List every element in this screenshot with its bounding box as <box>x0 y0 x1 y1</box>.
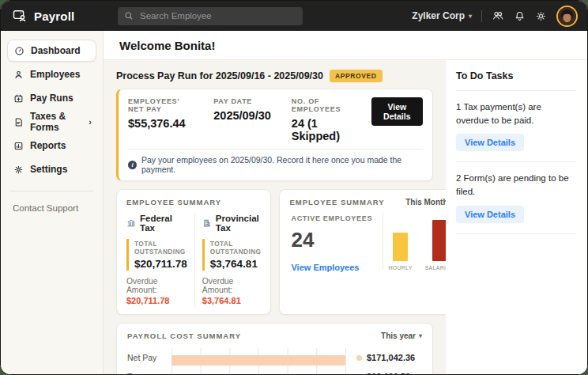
payroll-cost-summary-card: PAYROLL COST SUMMARY This year ▾ Net Pay… <box>116 323 433 374</box>
card-title: PAYROLL COST SUMMARY <box>127 331 241 340</box>
stat-value: $55,376.44 <box>128 117 193 130</box>
period-dropdown[interactable]: This year ▾ <box>381 331 422 340</box>
calendar-icon <box>13 93 24 104</box>
app-logo: Payroll <box>12 8 118 24</box>
bell-icon[interactable] <box>514 10 526 22</box>
employee-type-chart: HOURLY SALARIED <box>388 210 446 272</box>
employee-search[interactable] <box>118 7 303 25</box>
payroll-cost-chart: Net Pay Taxes Benefits Deductions <box>127 348 422 374</box>
stat-label: EMPLOYEES' NET PAY <box>128 97 193 113</box>
net-pay-bar <box>172 355 345 366</box>
chevron-down-icon: ▾ <box>419 332 422 339</box>
cost-category-label: Net Pay <box>127 348 172 367</box>
stat-value: 24 (1 Skipped) <box>292 117 351 142</box>
dashboard-content: Process Pay Run for 2025/09/16 - 2025/09… <box>104 60 446 374</box>
view-details-button[interactable]: View Details <box>371 97 423 126</box>
todo-panel: To Do Tasks 1 Tax payment(s) are overdue… <box>446 60 587 374</box>
sidebar-item-dashboard[interactable]: Dashboard <box>7 40 96 62</box>
topbar: Payroll Zylker Corp ▾ <box>1 1 587 31</box>
sidebar-item-pay-runs[interactable]: Pay Runs <box>7 87 96 109</box>
sidebar-item-label: Pay Runs <box>30 93 74 104</box>
overdue-label: Overdue Amount: <box>126 277 187 294</box>
cost-category-label: Taxes <box>127 367 172 374</box>
payment-notice: i Pay your employees on 2025/09/30. Reco… <box>128 149 423 174</box>
todo-item-tax-payments: 1 Tax payment(s) are overdue to be paid.… <box>456 100 576 151</box>
report-chart-icon <box>13 141 24 151</box>
bar-category-label: SALARIED <box>425 265 446 271</box>
status-badge: APPROVED <box>330 70 383 82</box>
sidebar-item-reports[interactable]: Reports <box>7 134 96 157</box>
sidebar-item-settings[interactable]: Settings <box>7 158 96 180</box>
card-title: EMPLOYEE SUMMARY <box>289 198 384 206</box>
payrun-title: Process Pay Run for 2025/09/16 - 2025/09… <box>116 70 323 81</box>
users-icon[interactable] <box>492 9 504 22</box>
tax-section-name: Federal Tax <box>140 214 187 233</box>
todo-divider <box>456 161 576 162</box>
overdue-value: $3,764.81 <box>202 296 262 305</box>
document-icon <box>13 117 24 127</box>
outstanding-value: $20,711.78 <box>134 258 187 270</box>
search-input[interactable] <box>138 10 296 21</box>
todo-item-forms-pending: 2 Form(s) are pending to be filed. View … <box>456 172 576 222</box>
todo-divider <box>456 233 576 234</box>
topbar-right: Zylker Corp ▾ <box>412 6 578 27</box>
overdue-label: Overdue Amount: <box>202 277 262 294</box>
stat-employee-count: NO. OF EMPLOYEES 24 (1 Skipped) <box>292 97 351 142</box>
sidebar-item-label: Dashboard <box>31 45 81 56</box>
gear-icon <box>13 165 24 175</box>
info-icon: i <box>128 161 137 169</box>
org-selector[interactable]: Zylker Corp ▾ <box>412 10 472 21</box>
sidebar-item-label: Settings <box>30 164 67 175</box>
period-dropdown[interactable]: This Month ▾ <box>405 198 446 206</box>
chevron-down-icon: ▾ <box>469 13 472 20</box>
user-avatar[interactable] <box>556 6 578 27</box>
gauge-icon <box>14 46 24 56</box>
topbar-divider <box>481 10 482 22</box>
todo-divider <box>456 90 576 91</box>
sidebar-item-label: Reports <box>30 140 66 151</box>
org-name: Zylker Corp <box>412 10 465 21</box>
taxes-bar <box>172 374 269 375</box>
stat-label: NO. OF EMPLOYEES <box>292 97 351 113</box>
stat-label: PAY DATE <box>213 97 271 105</box>
bar-category-label: HOURLY <box>388 265 412 271</box>
outstanding-label: TOTAL OUTSTANDING <box>134 240 187 256</box>
stat-value: 2025/09/30 <box>213 109 271 122</box>
view-details-button[interactable]: View Details <box>456 206 524 223</box>
view-employees-link[interactable]: View Employees <box>291 263 378 272</box>
app-window: Payroll Zylker Corp ▾ <box>0 0 588 375</box>
sidebar-item-employees[interactable]: Employees <box>7 63 96 85</box>
legend-dot <box>356 355 362 361</box>
sidebar-item-label: Taxes & Forms <box>30 111 82 133</box>
provincial-tax-section: Provincial Tax TOTAL OUTSTANDING $3,764.… <box>195 214 262 305</box>
period-label: This year <box>381 331 416 340</box>
active-employees-count: 24 <box>291 228 378 252</box>
todo-text: 2 Form(s) are pending to be filed. <box>456 172 576 198</box>
legend-value: $62,026.52 <box>367 372 410 374</box>
card-title: EMPLOYEE SUMMARY <box>126 198 261 206</box>
gear-icon[interactable] <box>535 10 547 22</box>
search-icon <box>124 11 134 21</box>
payrun-card: EMPLOYEES' NET PAY $55,376.44 PAY DATE 2… <box>116 89 433 181</box>
stat-pay-date: PAY DATE 2025/09/30 <box>213 97 271 122</box>
salaried-bar <box>432 220 446 261</box>
view-details-button[interactable]: View Details <box>456 134 524 151</box>
building-icon <box>202 218 212 228</box>
legend-value: $171,042.36 <box>367 353 415 362</box>
period-label: This Month <box>405 198 446 206</box>
sidebar-item-taxes-forms[interactable]: Taxes & Forms › <box>7 111 96 133</box>
overdue-value: $20,711.78 <box>126 296 187 305</box>
person-icon <box>13 70 24 80</box>
chart-legend: $171,042.36 $62,026.52 $15,250.00 $9,860… <box>346 348 422 374</box>
chevron-right-icon: › <box>89 117 92 127</box>
card-divider <box>383 211 383 271</box>
sidebar-divider <box>10 191 93 191</box>
welcome-heading: Welcome Bonita! <box>104 31 587 60</box>
chart-plot-area <box>172 348 346 374</box>
sidebar-item-label: Employees <box>30 69 80 80</box>
main-area: Welcome Bonita! Process Pay Run for 2025… <box>104 31 587 374</box>
federal-tax-section: Federal Tax TOTAL OUTSTANDING $20,711.78… <box>126 214 195 305</box>
bank-icon <box>126 218 136 228</box>
todo-text: 1 Tax payment(s) are overdue to be paid. <box>456 100 576 127</box>
contact-support-link[interactable]: Contact Support <box>13 203 103 213</box>
